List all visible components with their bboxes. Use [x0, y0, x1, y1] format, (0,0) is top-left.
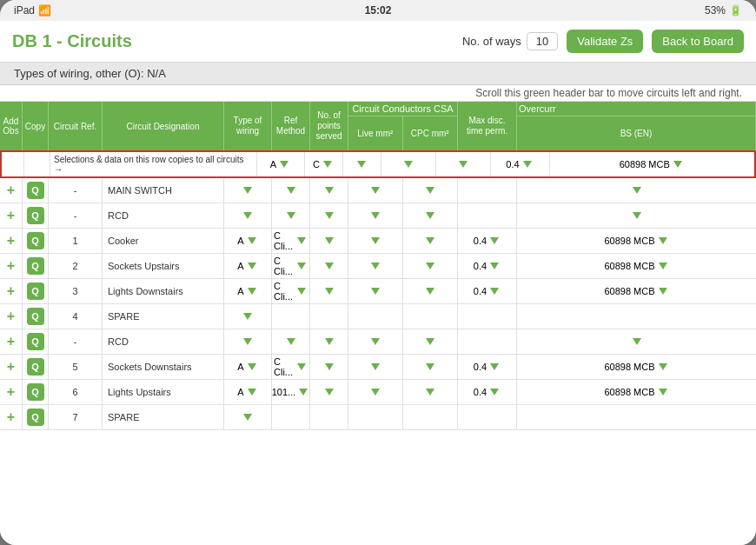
type-arrow-6[interactable]: [243, 338, 252, 345]
cell-add-3[interactable]: +: [0, 254, 23, 278]
pts-arrow-7[interactable]: [325, 363, 334, 370]
live-arrow-3[interactable]: [371, 263, 380, 269]
maxdisc-arrow-4[interactable]: [490, 288, 499, 295]
add-button-9[interactable]: +: [7, 410, 15, 424]
add-button-8[interactable]: +: [7, 385, 15, 399]
q-button-3[interactable]: Q: [27, 257, 44, 275]
cell-add-2[interactable]: +: [0, 229, 23, 253]
validate-button[interactable]: Validate Zs: [567, 30, 643, 53]
type-arrow-9[interactable]: [243, 414, 252, 421]
ref-arrow-2[interactable]: [297, 237, 306, 244]
no-of-ways-value[interactable]: 10: [527, 32, 558, 50]
cell-copy-8[interactable]: Q: [23, 380, 49, 404]
type-arrow-2[interactable]: [248, 237, 256, 244]
bsen-arrow-0[interactable]: [633, 187, 641, 194]
type-arrow-8[interactable]: [248, 389, 256, 395]
cell-add-7[interactable]: +: [0, 355, 23, 379]
type-arrow-7[interactable]: [248, 363, 256, 370]
cpc-arrow-8[interactable]: [426, 389, 434, 395]
live-arrow-0[interactable]: [371, 187, 380, 194]
live-arrow-7[interactable]: [371, 363, 380, 370]
cell-copy-0[interactable]: Q: [23, 178, 49, 203]
copy-points-arrow[interactable]: [357, 161, 366, 168]
cell-add-6[interactable]: +: [0, 329, 23, 354]
ref-arrow-3[interactable]: [297, 263, 306, 269]
add-button-0[interactable]: +: [7, 183, 15, 197]
cell-copy-9[interactable]: Q: [23, 405, 49, 429]
copy-ref-arrow[interactable]: [323, 161, 332, 168]
pts-arrow-3[interactable]: [325, 263, 334, 269]
type-arrow-5[interactable]: [243, 313, 252, 320]
cell-add-9[interactable]: +: [0, 405, 23, 429]
cpc-arrow-7[interactable]: [426, 363, 434, 370]
q-button-5[interactable]: Q: [27, 308, 44, 325]
add-button-6[interactable]: +: [7, 335, 15, 349]
maxdisc-arrow-2[interactable]: [490, 237, 499, 244]
bsen-arrow-4[interactable]: [659, 288, 667, 295]
q-button-1[interactable]: Q: [27, 207, 44, 224]
q-button-8[interactable]: Q: [27, 383, 44, 401]
cell-add-8[interactable]: +: [0, 380, 23, 404]
bsen-arrow-3[interactable]: [659, 263, 667, 269]
q-button-6[interactable]: Q: [27, 333, 44, 350]
pts-arrow-4[interactable]: [325, 288, 334, 295]
bsen-arrow-6[interactable]: [633, 338, 641, 345]
cell-copy-1[interactable]: Q: [23, 203, 49, 228]
q-button-0[interactable]: Q: [27, 182, 44, 199]
bsen-arrow-7[interactable]: [659, 363, 667, 370]
copy-maxdisc-arrow[interactable]: [523, 161, 532, 168]
cpc-arrow-0[interactable]: [426, 187, 434, 194]
q-button-7[interactable]: Q: [27, 358, 44, 376]
type-arrow-4[interactable]: [248, 288, 256, 295]
add-button-3[interactable]: +: [7, 259, 15, 273]
maxdisc-arrow-7[interactable]: [490, 363, 499, 370]
cpc-arrow-2[interactable]: [426, 237, 434, 244]
cell-copy-4[interactable]: Q: [23, 279, 49, 303]
cell-add-5[interactable]: +: [0, 304, 23, 329]
bsen-arrow-1[interactable]: [633, 212, 641, 219]
live-arrow-4[interactable]: [371, 288, 380, 295]
copy-type-arrow[interactable]: [280, 161, 288, 168]
cell-copy-5[interactable]: Q: [23, 304, 49, 329]
type-arrow-1[interactable]: [243, 212, 252, 219]
cell-copy-7[interactable]: Q: [23, 355, 49, 379]
copy-bsen-arrow[interactable]: [673, 161, 682, 168]
q-button-4[interactable]: Q: [27, 282, 44, 300]
cell-add-0[interactable]: +: [0, 178, 23, 203]
ref-arrow-7[interactable]: [297, 363, 306, 370]
pts-arrow-0[interactable]: [325, 187, 334, 194]
ref2-arrow-1[interactable]: [287, 212, 295, 219]
type-arrow-3[interactable]: [248, 263, 256, 269]
live-arrow-8[interactable]: [371, 389, 380, 395]
pts-arrow-2[interactable]: [325, 237, 334, 244]
ref-arrow-8[interactable]: [299, 389, 308, 395]
cpc-arrow-6[interactable]: [426, 338, 434, 345]
add-button-1[interactable]: +: [7, 209, 15, 223]
live-arrow-2[interactable]: [371, 237, 380, 244]
cpc-arrow-4[interactable]: [426, 288, 434, 295]
q-button-2[interactable]: Q: [27, 232, 44, 249]
ref2-arrow-6[interactable]: [287, 338, 295, 345]
cell-copy-6[interactable]: Q: [23, 329, 49, 354]
add-button-4[interactable]: +: [7, 284, 15, 298]
ref2-arrow-0[interactable]: [287, 187, 295, 194]
copy-live-arrow[interactable]: [404, 161, 413, 168]
type-arrow-0[interactable]: [243, 187, 252, 194]
add-button-2[interactable]: +: [7, 234, 15, 248]
bsen-arrow-2[interactable]: [659, 237, 667, 244]
ref-arrow-4[interactable]: [297, 288, 306, 295]
live-arrow-6[interactable]: [371, 338, 380, 345]
cell-copy-3[interactable]: Q: [23, 254, 49, 278]
live-arrow-1[interactable]: [371, 212, 380, 219]
maxdisc-arrow-8[interactable]: [490, 389, 499, 395]
q-button-9[interactable]: Q: [27, 409, 44, 426]
add-button-7[interactable]: +: [7, 360, 15, 374]
pts-arrow-8[interactable]: [325, 389, 334, 395]
add-button-5[interactable]: +: [7, 309, 15, 323]
cpc-arrow-1[interactable]: [426, 212, 434, 219]
copy-cpc-arrow[interactable]: [459, 161, 468, 168]
cell-copy-2[interactable]: Q: [23, 229, 49, 253]
cell-add-1[interactable]: +: [0, 203, 23, 228]
maxdisc-arrow-3[interactable]: [490, 263, 499, 269]
cell-add-4[interactable]: +: [0, 279, 23, 303]
